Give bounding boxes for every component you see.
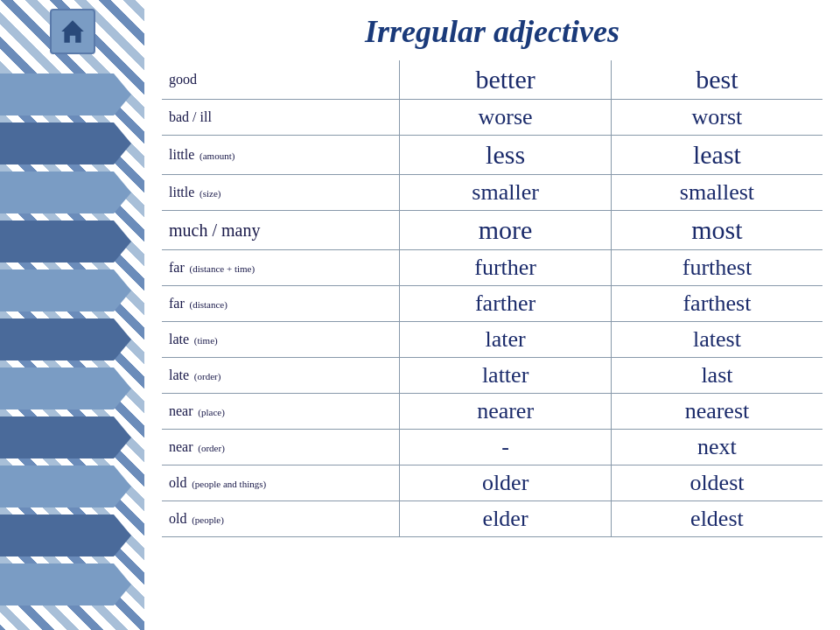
- arrow-tab-6: [0, 318, 114, 360]
- base-form-cell: late (order): [162, 358, 400, 394]
- main-content: Irregular adjectives goodbetterbestbad /…: [144, 0, 840, 630]
- arrow-tab-7: [0, 368, 114, 410]
- home-button[interactable]: [50, 9, 95, 54]
- adjectives-table: goodbetterbestbad / illworseworstlittle …: [162, 60, 822, 537]
- superlative-cell: best: [611, 60, 822, 100]
- arrow-tab-4: [0, 220, 114, 262]
- table-row: little (size)smallersmallest: [162, 175, 822, 211]
- decorative-panel: [0, 0, 144, 630]
- svg-marker-0: [61, 20, 84, 43]
- comparative-cell: later: [400, 322, 612, 358]
- base-form-cell: near (place): [162, 394, 400, 430]
- comparative-cell: further: [400, 250, 612, 286]
- superlative-cell: furthest: [611, 250, 822, 286]
- comparative-cell: worse: [400, 100, 612, 136]
- comparative-cell: farther: [400, 286, 612, 322]
- arrow-tab-2: [0, 122, 114, 164]
- comparative-cell: more: [400, 211, 612, 250]
- base-form-cell: old (people): [162, 501, 400, 537]
- table-row: far (distance)fartherfarthest: [162, 286, 822, 322]
- superlative-cell: next: [611, 430, 822, 466]
- base-form-cell: bad / ill: [162, 100, 400, 136]
- comparative-cell: elder: [400, 501, 612, 537]
- base-form-cell: little (size): [162, 175, 400, 211]
- superlative-cell: worst: [611, 100, 822, 136]
- superlative-cell: last: [611, 358, 822, 394]
- base-form-cell: much / many: [162, 211, 400, 250]
- base-form-cell: near (order): [162, 430, 400, 466]
- comparative-cell: less: [400, 136, 612, 175]
- table-row: much / manymoremost: [162, 211, 822, 250]
- page-title: Irregular adjectives: [162, 13, 822, 50]
- table-row: old (people)eldereldest: [162, 501, 822, 537]
- arrow-tab-10: [0, 514, 114, 556]
- table-row: near (order)-next: [162, 430, 822, 466]
- comparative-cell: -: [400, 430, 612, 466]
- comparative-cell: older: [400, 466, 612, 501]
- arrow-tab-5: [0, 270, 114, 312]
- comparative-cell: better: [400, 60, 612, 100]
- base-form-cell: little (amount): [162, 136, 400, 175]
- arrow-tabs: [0, 70, 144, 609]
- superlative-cell: least: [611, 136, 822, 175]
- table-row: goodbetterbest: [162, 60, 822, 100]
- base-form-cell: far (distance): [162, 286, 400, 322]
- superlative-cell: most: [611, 211, 822, 250]
- superlative-cell: nearest: [611, 394, 822, 430]
- table-row: little (amount)lessleast: [162, 136, 822, 175]
- arrow-tab-9: [0, 466, 114, 508]
- superlative-cell: oldest: [611, 466, 822, 501]
- table-row: bad / illworseworst: [162, 100, 822, 136]
- base-form-cell: far (distance + time): [162, 250, 400, 286]
- superlative-cell: eldest: [611, 501, 822, 537]
- superlative-cell: smallest: [611, 175, 822, 211]
- base-form-cell: old (people and things): [162, 466, 400, 501]
- home-icon: [59, 18, 87, 46]
- comparative-cell: smaller: [400, 175, 612, 211]
- arrow-tab-1: [0, 74, 114, 116]
- table-row: late (time)laterlatest: [162, 322, 822, 358]
- base-form-cell: late (time): [162, 322, 400, 358]
- comparative-cell: nearer: [400, 394, 612, 430]
- arrow-tab-8: [0, 416, 114, 458]
- superlative-cell: farthest: [611, 286, 822, 322]
- arrow-tab-3: [0, 172, 114, 214]
- base-form-cell: good: [162, 60, 400, 100]
- table-row: far (distance + time)furtherfurthest: [162, 250, 822, 286]
- superlative-cell: latest: [611, 322, 822, 358]
- table-row: old (people and things)olderoldest: [162, 466, 822, 501]
- comparative-cell: latter: [400, 358, 612, 394]
- arrow-tab-11: [0, 564, 114, 606]
- table-row: late (order)latterlast: [162, 358, 822, 394]
- table-row: near (place)nearernearest: [162, 394, 822, 430]
